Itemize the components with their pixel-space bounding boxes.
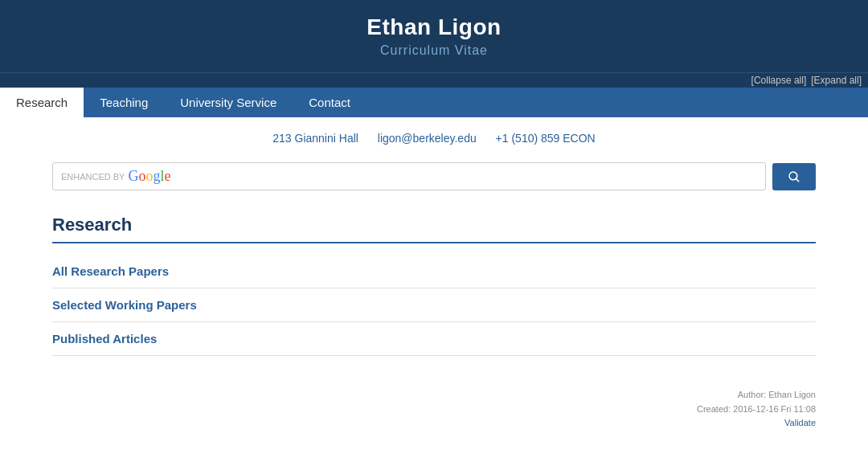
search-button[interactable] [772,163,816,190]
all-research-papers-link[interactable]: All Research Papers [52,255,816,288]
person-name: Ethan Ligon [16,14,852,40]
search-box-wrapper: ENHANCED BY Google [52,162,766,190]
toolbar-row: [Collapse all] [Expand all] [0,72,868,88]
page-header: Ethan Ligon Curriculum Vitae [0,0,868,72]
nav-bar: Research Teaching University Service Con… [0,88,868,117]
tab-research[interactable]: Research [0,88,84,117]
tab-contact[interactable]: Contact [293,88,366,117]
search-input[interactable] [177,170,757,183]
contact-bar: 213 Giannini Hall ligon@berkeley.edu +1 … [0,117,868,154]
google-label: Google [128,168,170,185]
footer: Author: Ethan Ligon Created: 2016-12-16 … [0,372,868,439]
tab-university-service[interactable]: University Service [164,88,293,117]
enhanced-by-text: ENHANCED BY [61,172,125,182]
phone-link[interactable]: +1 (510) 859 ECON [496,132,596,145]
footer-author: Author: Ethan Ligon [52,388,816,403]
published-articles-link[interactable]: Published Articles [52,322,816,356]
research-section-title: Research [52,215,816,235]
footer-created: Created: 2016-12-16 Fri 11:08 [52,403,816,417]
search-area: ENHANCED BY Google [0,154,868,206]
cv-subtitle: Curriculum Vitae [16,43,852,58]
footer-validate-link[interactable]: Validate [784,418,816,427]
tab-teaching[interactable]: Teaching [84,88,164,117]
selected-working-papers-link[interactable]: Selected Working Papers [52,288,816,322]
expand-all-link[interactable]: [Expand all] [811,75,862,86]
collapse-all-link[interactable]: [Collapse all] [751,75,807,86]
main-content: Research All Research Papers Selected Wo… [0,206,868,372]
search-icon [787,170,801,184]
email-link[interactable]: ligon@berkeley.edu [378,132,477,145]
section-divider [52,242,816,243]
enhanced-by-label: ENHANCED BY [61,172,125,182]
address-link[interactable]: 213 Giannini Hall [272,132,358,145]
